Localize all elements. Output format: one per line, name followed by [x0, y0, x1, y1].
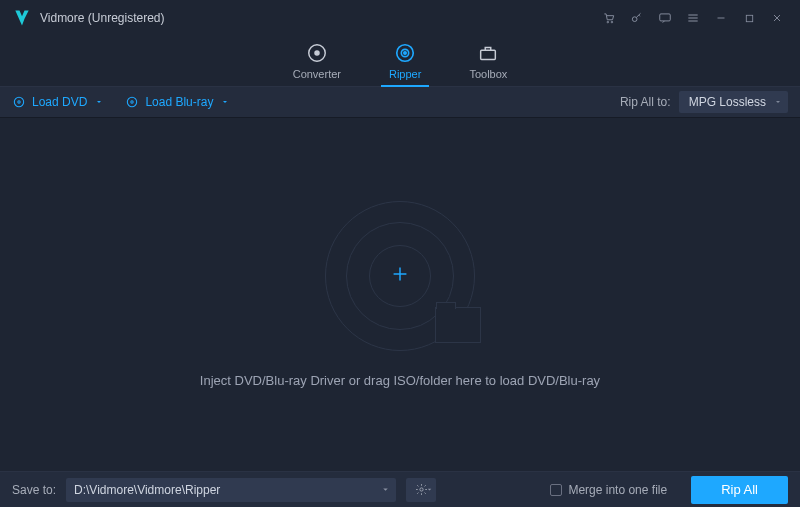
svg-rect-4: [746, 15, 752, 21]
save-to-label: Save to:: [12, 483, 56, 497]
svg-point-11: [14, 97, 23, 106]
checkbox-icon: [550, 484, 562, 496]
menu-icon[interactable]: [682, 7, 704, 29]
load-bluray-button[interactable]: Load Blu-ray: [125, 95, 229, 109]
output-format-select[interactable]: MPG Lossless: [679, 91, 788, 113]
tab-toolbox[interactable]: Toolbox: [469, 42, 507, 86]
rip-button-label: Rip All: [721, 482, 758, 497]
chevron-down-icon: [381, 485, 390, 494]
svg-point-13: [128, 97, 137, 106]
save-path-select[interactable]: D:\Vidmore\Vidmore\Ripper: [66, 478, 396, 502]
drop-hint: Inject DVD/Blu-ray Driver or drag ISO/fo…: [200, 373, 600, 388]
chevron-down-icon: [774, 98, 782, 106]
close-icon[interactable]: [766, 7, 788, 29]
svg-rect-10: [481, 50, 496, 59]
disc-icon: [12, 95, 26, 109]
merge-label: Merge into one file: [568, 483, 667, 497]
rip-all-button[interactable]: Rip All: [691, 476, 788, 504]
tab-label: Ripper: [389, 68, 421, 80]
drop-illustration: [325, 201, 475, 351]
plus-icon: [389, 263, 411, 289]
ripper-icon: [394, 42, 416, 64]
svg-rect-3: [660, 14, 671, 21]
tab-converter[interactable]: Converter: [293, 42, 341, 86]
window-title: Vidmore (Unregistered): [40, 11, 165, 25]
chevron-down-icon: [426, 486, 433, 493]
svg-point-15: [419, 488, 422, 491]
app-logo-icon: [12, 8, 32, 28]
mode-tabs: Converter Ripper Toolbox: [0, 36, 800, 86]
tab-label: Converter: [293, 68, 341, 80]
chevron-down-icon: [221, 98, 229, 106]
cart-icon[interactable]: [598, 7, 620, 29]
svg-point-2: [632, 17, 637, 22]
disc-icon: [125, 95, 139, 109]
minimize-icon[interactable]: [710, 7, 732, 29]
save-path-value: D:\Vidmore\Vidmore\Ripper: [74, 483, 220, 497]
chevron-down-icon: [95, 98, 103, 106]
load-dvd-label: Load DVD: [32, 95, 87, 109]
svg-point-6: [315, 51, 319, 55]
svg-point-12: [18, 101, 20, 103]
load-bluray-label: Load Blu-ray: [145, 95, 213, 109]
svg-point-9: [404, 52, 406, 54]
tab-label: Toolbox: [469, 68, 507, 80]
source-toolbar: Load DVD Load Blu-ray Rip All to: MPG Lo…: [0, 86, 800, 118]
folder-icon: [435, 307, 481, 343]
drop-zone[interactable]: Inject DVD/Blu-ray Driver or drag ISO/fo…: [0, 118, 800, 471]
tab-ripper[interactable]: Ripper: [389, 42, 421, 86]
maximize-icon[interactable]: [738, 7, 760, 29]
key-icon[interactable]: [626, 7, 648, 29]
svg-point-14: [131, 101, 133, 103]
footer-bar: Save to: D:\Vidmore\Vidmore\Ripper Merge…: [0, 471, 800, 507]
rip-all-to-label: Rip All to:: [620, 95, 671, 109]
load-dvd-button[interactable]: Load DVD: [12, 95, 103, 109]
svg-point-0: [607, 21, 609, 23]
svg-point-1: [611, 21, 613, 23]
feedback-icon[interactable]: [654, 7, 676, 29]
title-bar: Vidmore (Unregistered): [0, 0, 800, 36]
output-format-value: MPG Lossless: [689, 95, 766, 109]
merge-checkbox[interactable]: Merge into one file: [550, 483, 667, 497]
toolbox-icon: [477, 42, 499, 64]
converter-icon: [306, 42, 328, 64]
settings-button[interactable]: [406, 478, 436, 502]
